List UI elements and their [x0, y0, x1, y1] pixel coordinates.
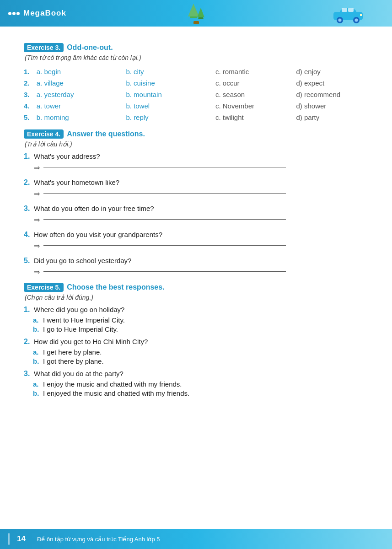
logo-text: MegaBook: [23, 9, 66, 18]
cq1-options: a. I went to Hue Imperial City. b. I go …: [33, 316, 368, 333]
row5-b: b. reply: [126, 112, 215, 123]
arrow-icon: ⇒: [34, 242, 40, 250]
arrow-icon: ⇒: [34, 163, 40, 172]
svg-marker-4: [197, 8, 204, 17]
table-row: 4. a. tower b. towel c. November d) show…: [24, 100, 368, 112]
cq3-opt-b-letter: b.: [33, 389, 39, 397]
q3-text: What do you often do in your free time?: [34, 205, 154, 212]
exercise4-title: Answer the questions.: [67, 130, 145, 138]
q3-num: 3.: [24, 205, 31, 213]
row2-c: c. occur: [215, 77, 296, 89]
logo-dot-1: [8, 12, 11, 15]
row3-num: 3.: [24, 89, 37, 100]
car-icon: [332, 2, 365, 25]
choose-q3-line: 3. What did you do at the party?: [24, 370, 368, 378]
cq1-opt-b-text: I go to Hue Imperial City.: [43, 325, 118, 333]
q1-dots: [43, 167, 286, 167]
arrow-icon: ⇒: [34, 189, 40, 198]
question-5: 5. Did you go to school yesterday? ⇒: [24, 257, 368, 276]
question-3-line: 3. What do you often do in your free tim…: [24, 205, 368, 213]
table-row: 3. a. yesterday b. mountain c. season d)…: [24, 89, 368, 100]
svg-rect-7: [348, 8, 354, 12]
exercise5-title: Choose the best responses.: [67, 283, 164, 291]
question-3: 3. What do you often do in your free tim…: [24, 205, 368, 224]
cq2-opt-b-letter: b.: [33, 357, 39, 365]
q2-answer-line: ⇒: [34, 189, 368, 198]
table-row: 2. a. village b. cuisine c. occur d) exp…: [24, 77, 368, 89]
exercise3-title: Odd-one-out.: [67, 43, 113, 52]
cq3-num: 3.: [24, 370, 31, 378]
q2-num: 2.: [24, 178, 31, 187]
svg-point-11: [355, 19, 358, 22]
logo-dot-3: [16, 12, 20, 15]
q1-num: 1.: [24, 152, 31, 161]
footer-text: Đề ôn tập từ vựng và cấu trúc Tiếng Anh …: [37, 536, 160, 543]
svg-point-9: [338, 19, 342, 22]
q5-answer-line: ⇒: [34, 268, 368, 276]
table-row: 5. b. morning b. reply c. twilight d) pa…: [24, 112, 368, 123]
choose-q1-line: 1. Where did you go on holiday?: [24, 306, 368, 314]
svg-rect-0: [193, 21, 199, 24]
question-2: 2. What's your hometown like? ⇒: [24, 178, 368, 198]
row1-b: b. city: [126, 66, 215, 77]
footer-page: 14: [17, 534, 30, 544]
logo-dots: [8, 12, 20, 15]
cq3-opt-a-letter: a.: [33, 380, 39, 388]
row5-num: 5.: [24, 112, 37, 123]
question-4-line: 4. How often do you visit your grandpare…: [24, 231, 368, 239]
cq2-options: a. I get here by plane. b. I got there b…: [33, 348, 368, 365]
cq1-opt-a-letter: a.: [33, 316, 39, 324]
list-item: a. I enjoy the music and chatted with my…: [33, 380, 368, 388]
question-1-line: 1. What's your address?: [24, 152, 368, 161]
row2-b: b. cuisine: [126, 77, 215, 89]
cq3-options: a. I enjoy the music and chatted with my…: [33, 380, 368, 397]
row2-d: d) expect: [296, 77, 368, 89]
row4-num: 4.: [24, 100, 37, 112]
cq1-num: 1.: [24, 306, 31, 314]
cq2-opt-a-text: I get here by plane.: [43, 348, 102, 356]
list-item: b. I got there by plane.: [33, 357, 368, 365]
exercise3-subtitle: (Tìm từ có trọng âm khác các từ còn lại.…: [25, 54, 368, 61]
cq2-num: 2.: [24, 338, 31, 346]
footer-divider: [8, 533, 10, 545]
row3-a: a. yesterday: [37, 89, 126, 100]
q3-answer-line: ⇒: [34, 215, 368, 224]
row3-c: c. season: [215, 89, 296, 100]
cq3-opt-a-text: I enjoy the music and chatted with my fr…: [43, 380, 182, 388]
q2-text: What's your hometown like?: [34, 178, 119, 186]
exercise4-badge: Exercise 4.: [24, 129, 64, 139]
question-1: 1. What's your address? ⇒: [24, 152, 368, 172]
q5-num: 5.: [24, 257, 31, 265]
cq3-opt-b-text: I enjoyed the music and chatted with my …: [43, 389, 189, 397]
main-content: Exercise 3. Odd-one-out. (Tìm từ có trọn…: [0, 27, 392, 415]
exercise5-badge: Exercise 5.: [24, 283, 64, 292]
q4-dots: [43, 245, 286, 246]
question-4: 4. How often do you visit your grandpare…: [24, 231, 368, 250]
arrow-icon: ⇒: [34, 268, 40, 276]
row2-num: 2.: [24, 77, 37, 89]
cq2-opt-b-text: I got there by plane.: [43, 357, 104, 365]
q5-dots: [43, 271, 286, 272]
logo: MegaBook: [8, 9, 66, 18]
q4-text: How often do you visit your grandparents…: [34, 231, 162, 238]
exercise3-header: Exercise 3. Odd-one-out.: [24, 43, 368, 52]
q5-text: Did you go to school yesterday?: [34, 257, 131, 264]
svg-rect-6: [342, 8, 347, 12]
list-item: a. I went to Hue Imperial City.: [33, 316, 368, 324]
question-5-line: 5. Did you go to school yesterday?: [24, 257, 368, 265]
exercise5-header: Exercise 5. Choose the best responses.: [24, 283, 368, 292]
exercise4-subtitle: (Trả lời câu hỏi.): [25, 140, 368, 148]
row2-a: a. village: [37, 77, 126, 89]
choose-q2: 2. How did you get to Ho Chi Minh City? …: [24, 338, 368, 365]
q4-answer-line: ⇒: [34, 242, 368, 250]
footer: 14 Đề ôn tập từ vựng và cấu trúc Tiếng A…: [0, 529, 392, 549]
list-item: b. I enjoyed the music and chatted with …: [33, 389, 368, 397]
tree-icon: [183, 1, 209, 26]
q4-num: 4.: [24, 231, 31, 239]
choose-q1: 1. Where did you go on holiday? a. I wen…: [24, 306, 368, 333]
row5-c: c. twilight: [215, 112, 296, 123]
cq2-text: How did you get to Ho Chi Minh City?: [34, 338, 148, 345]
arrow-icon: ⇒: [34, 215, 40, 224]
svg-rect-12: [360, 14, 362, 16]
list-item: b. I go to Hue Imperial City.: [33, 325, 368, 333]
